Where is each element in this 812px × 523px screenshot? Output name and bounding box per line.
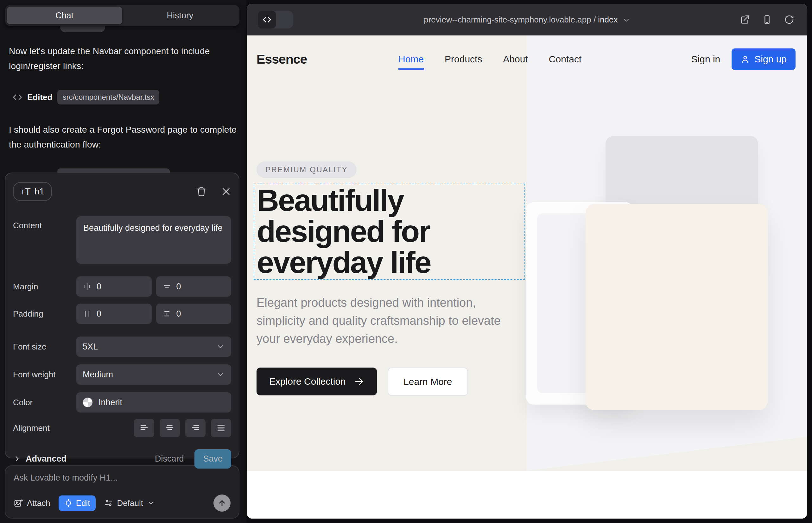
sliders-icon — [104, 498, 113, 508]
preview-topbar: preview--charming-site-symphony.lovable.… — [247, 4, 807, 35]
edited-file-row[interactable]: Edited src/components/Navbar.tsx — [13, 90, 237, 105]
chat-history-tabs: Chat History — [5, 5, 240, 26]
hero-paragraph: Elegant products designed with intention… — [257, 294, 510, 348]
chevron-right-icon — [13, 455, 21, 463]
padding-y-value: 0 — [176, 309, 181, 319]
premium-quality-badge: PREMIUM QUALITY — [257, 161, 357, 178]
url-path: index — [598, 15, 618, 24]
file-chip[interactable]: src/components/Navbar.tsx — [57, 90, 159, 105]
site-navbar: Essence Home Products About Contact Sign… — [247, 35, 807, 83]
padding-x-value: 0 — [96, 309, 101, 319]
refresh-icon[interactable] — [784, 15, 794, 25]
content-label: Content — [13, 221, 76, 231]
margin-label: Margin — [13, 282, 76, 292]
font-weight-value: Medium — [83, 370, 113, 380]
assistant-message: I should also create a Forgot Password p… — [9, 122, 237, 152]
sign-in-link[interactable]: Sign in — [691, 54, 721, 65]
send-button[interactable] — [213, 494, 231, 511]
element-editor-panel: TT h1 Content Beautifully designed for e… — [5, 173, 240, 458]
open-external-icon[interactable] — [740, 15, 750, 25]
default-label: Default — [117, 498, 143, 508]
chevron-down-icon — [216, 342, 225, 351]
align-right-button[interactable] — [185, 419, 206, 437]
element-tag-label: h1 — [35, 186, 44, 197]
color-label: Color — [13, 398, 76, 408]
explore-collection-button[interactable]: Explore Collection — [257, 367, 377, 395]
section-below-hero — [247, 471, 807, 519]
explore-collection-label: Explore Collection — [269, 376, 346, 387]
padding-x-input[interactable]: 0 — [76, 304, 152, 324]
chevron-down-icon — [147, 499, 155, 507]
arrow-right-icon — [354, 376, 364, 386]
mobile-view-icon[interactable] — [762, 15, 772, 25]
font-size-label: Font size — [13, 342, 76, 352]
nav-contact[interactable]: Contact — [549, 54, 581, 65]
nav-products[interactable]: Products — [445, 54, 482, 65]
padding-horizontal-icon — [83, 309, 91, 318]
padding-vertical-icon — [162, 309, 171, 318]
font-weight-label: Font weight — [13, 370, 76, 380]
font-size-select[interactable]: 5XL — [76, 337, 231, 357]
preview-window: preview--charming-site-symphony.lovable.… — [247, 4, 807, 519]
attach-button[interactable]: Attach — [14, 498, 50, 508]
url-domain: preview--charming-site-symphony.lovable.… — [424, 15, 591, 24]
lovable-sidebar: Chat History Now let's update the Navbar… — [0, 0, 246, 523]
site-canvas: Essence Home Products About Contact Sign… — [247, 35, 807, 519]
font-size-value: 5XL — [83, 342, 98, 352]
h1-selection-outline[interactable]: Beautifully designed for everyday life — [254, 184, 525, 280]
attach-label: Attach — [27, 498, 50, 508]
nav-about[interactable]: About — [503, 54, 528, 65]
edit-mode-button[interactable]: Edit — [58, 495, 96, 511]
close-icon[interactable] — [221, 186, 231, 197]
discard-button[interactable]: Discard — [155, 454, 184, 464]
content-textarea[interactable]: Beautifully designed for everyday life — [76, 216, 231, 264]
tab-history[interactable]: History — [122, 7, 238, 24]
text-type-icon: TT — [21, 187, 31, 196]
save-button[interactable]: Save — [194, 449, 231, 469]
margin-x-input[interactable]: 0 — [76, 276, 152, 296]
advanced-toggle[interactable]: Advanced — [13, 454, 67, 464]
advanced-label: Advanced — [26, 454, 67, 464]
padding-y-input[interactable]: 0 — [156, 304, 231, 324]
url-bar[interactable]: preview--charming-site-symphony.lovable.… — [247, 15, 807, 25]
color-swatch — [83, 397, 93, 408]
color-value: Inherit — [99, 398, 122, 408]
nav-home[interactable]: Home — [399, 54, 424, 70]
margin-y-input[interactable]: 0 — [156, 276, 231, 296]
margin-horizontal-icon — [83, 282, 91, 291]
composer-placeholder[interactable]: Ask Lovable to modify H1... — [14, 473, 231, 483]
padding-label: Padding — [13, 309, 76, 319]
alignment-label: Alignment — [13, 423, 76, 433]
margin-y-value: 0 — [176, 282, 181, 292]
brand-logo[interactable]: Essence — [257, 52, 307, 67]
sign-up-button[interactable]: Sign up — [731, 49, 796, 70]
hero-heading[interactable]: Beautifully designed for everyday life — [257, 185, 431, 278]
margin-vertical-icon — [162, 282, 171, 291]
font-weight-select[interactable]: Medium — [76, 364, 231, 385]
target-icon — [64, 499, 73, 507]
tab-chat[interactable]: Chat — [7, 7, 122, 24]
assistant-message: Now let's update the Navbar component to… — [9, 44, 237, 73]
color-select[interactable]: Inherit — [76, 392, 231, 413]
learn-more-button[interactable]: Learn More — [388, 367, 468, 396]
user-icon — [740, 54, 750, 64]
chevron-down-icon — [623, 16, 630, 24]
align-justify-button[interactable] — [211, 419, 231, 437]
image-plus-icon — [14, 498, 23, 508]
chat-composer[interactable]: Ask Lovable to modify H1... Attach Edit … — [5, 465, 240, 519]
decor-card-cream — [586, 204, 768, 410]
trash-icon[interactable] — [196, 186, 207, 197]
edit-label: Edit — [76, 498, 90, 508]
align-center-button[interactable] — [160, 419, 180, 437]
sign-up-label: Sign up — [754, 54, 787, 65]
edited-label: Edited — [27, 92, 52, 102]
margin-x-value: 0 — [96, 282, 101, 292]
code-icon — [13, 92, 22, 102]
align-left-button[interactable] — [134, 419, 154, 437]
chevron-down-icon — [216, 370, 225, 379]
hero-diagonal-wedge — [527, 437, 807, 471]
element-tag-pill[interactable]: TT h1 — [13, 182, 52, 201]
default-mode-button[interactable]: Default — [104, 498, 155, 508]
